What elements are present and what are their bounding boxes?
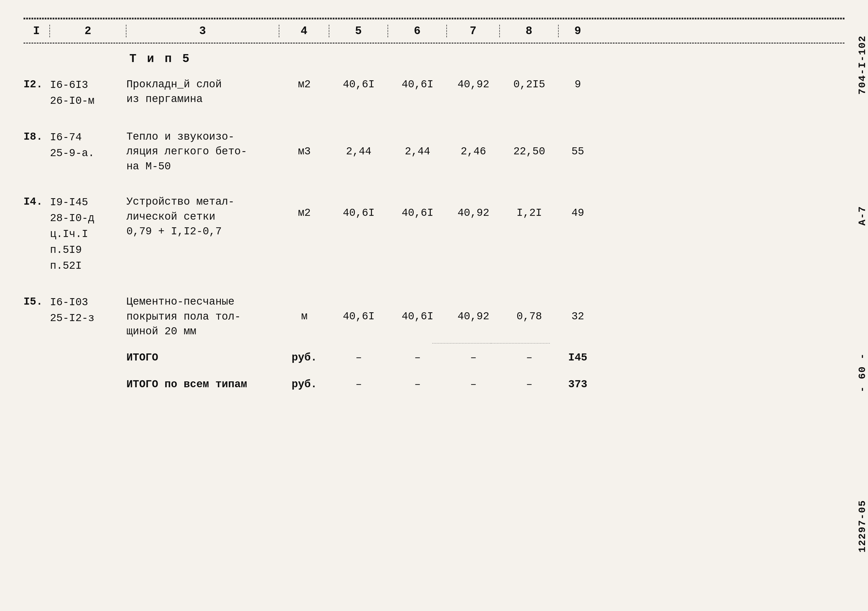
row-v7: 2,46	[447, 130, 500, 159]
table-row: I8. I6-74 25-9-а. Тепло и звукоизо- ляци…	[23, 127, 845, 177]
row-v9: 49	[559, 195, 597, 220]
row-unit: м3	[279, 130, 329, 159]
itogo-all-label: ИТОГО по всем типам	[126, 377, 279, 392]
table-row: I2. I6-6I3 26-I0-м Прокладн_й слой из пе…	[23, 74, 845, 112]
row-num: I5.	[23, 295, 50, 309]
section-title: Т и п 5	[23, 52, 845, 65]
col-header-2: 2	[50, 25, 126, 37]
itogo-v6: –	[388, 350, 447, 365]
col-header-7: 7	[447, 25, 500, 37]
row-v7: 40,92	[447, 295, 500, 324]
side-label-4: 12297-05	[857, 500, 868, 552]
row-code: I6-I03 25-I2-з	[50, 295, 126, 326]
row-unit: м	[279, 295, 329, 324]
table-row: I4. I9-I45 28-I0-д ц.Iч.I п.5I9 п.52I Ус…	[23, 192, 845, 277]
row-group-18: I8. I6-74 25-9-а. Тепло и звукоизо- ляци…	[23, 127, 845, 177]
col-header-6: 6	[388, 25, 447, 37]
row-unit: м2	[279, 78, 329, 92]
row-num: I2.	[23, 78, 50, 92]
row-v9: 55	[559, 130, 597, 159]
content-area: Т и п 5 I2. I6-6I3 26-I0-м Прокладн_й сл…	[23, 52, 845, 395]
itogo-all-v8: –	[500, 377, 559, 392]
row-v9: 32	[559, 295, 597, 324]
row-v8: I,2I	[500, 195, 559, 220]
itogo-all-v6: –	[388, 377, 447, 392]
row-group-12: I2. I6-6I3 26-I0-м Прокладн_й слой из пе…	[23, 74, 845, 112]
row-v5: 40,6I	[329, 295, 388, 324]
row-v6: 40,6I	[388, 295, 447, 324]
itogo-all-v9: 373	[559, 377, 597, 392]
itogo-v9: I45	[559, 350, 597, 365]
itogo-all-v5: –	[329, 377, 388, 392]
table-row: I5. I6-I03 25-I2-з Цементно-песчаные пок…	[23, 292, 845, 342]
itogo-v7: –	[447, 350, 500, 365]
itogo-v8: –	[500, 350, 559, 365]
row-code: I6-74 25-9-а.	[50, 130, 126, 161]
itogo-all-unit: руб.	[279, 377, 329, 392]
side-label-1: 704-I-102	[857, 35, 868, 95]
row-group-15: I5. I6-I03 25-I2-з Цементно-песчаные пок…	[23, 292, 845, 395]
row-group-14: I4. I9-I45 28-I0-д ц.Iч.I п.5I9 п.52I Ус…	[23, 192, 845, 277]
col-header-4: 4	[279, 25, 329, 37]
row-v5: 2,44	[329, 130, 388, 159]
row-v7: 40,92	[447, 78, 500, 92]
itogo-row: ИТОГО руб. – – – – I45	[23, 347, 845, 368]
row-v8: 0,2I5	[500, 78, 559, 92]
row-num: I8.	[23, 130, 50, 144]
col-header-9: 9	[559, 25, 597, 37]
row-v7: 40,92	[447, 195, 500, 220]
page: I 2 3 4 5 6 7 8 9 Т и п 5 I2. I6-6I3 26-…	[0, 0, 868, 611]
row-desc: Устройство метал- лической сетки 0,79 + …	[126, 195, 279, 239]
col-header-5: 5	[329, 25, 388, 37]
row-unit: м2	[279, 195, 329, 220]
col-header-3: 3	[126, 25, 279, 37]
row-desc: Прокладн_й слой из пергамина	[126, 78, 279, 107]
row-v9: 9	[559, 78, 597, 92]
itogo-all-v7: –	[447, 377, 500, 392]
row-code: I6-6I3 26-I0-м	[50, 78, 126, 109]
side-label-2: А-7	[857, 206, 868, 225]
row-v5: 40,6I	[329, 195, 388, 220]
itogo-unit: руб.	[279, 350, 329, 365]
row-v6: 40,6I	[388, 195, 447, 220]
row-desc: Цементно-песчаные покрытия пола тол- щин…	[126, 295, 279, 339]
itogo-all-row: ИТОГО по всем типам руб. – – – – 373	[23, 374, 845, 395]
row-v5: 40,6I	[329, 78, 388, 92]
side-label-3: - 60 -	[857, 353, 868, 392]
row-v6: 2,44	[388, 130, 447, 159]
itogo-v5: –	[329, 350, 388, 365]
header-row: I 2 3 4 5 6 7 8 9	[23, 19, 845, 43]
row-v8: 22,50	[500, 130, 559, 159]
row-num: I4.	[23, 195, 50, 209]
row-desc: Тепло и звукоизо- ляция легкого бето- на…	[126, 130, 279, 174]
itogo-label: ИТОГО	[126, 350, 279, 365]
row-v8: 0,78	[500, 295, 559, 324]
col-header-8: 8	[500, 25, 559, 37]
col-header-1: I	[23, 25, 50, 37]
row-code: I9-I45 28-I0-д ц.Iч.I п.5I9 п.52I	[50, 195, 126, 274]
row-v6: 40,6I	[388, 78, 447, 92]
